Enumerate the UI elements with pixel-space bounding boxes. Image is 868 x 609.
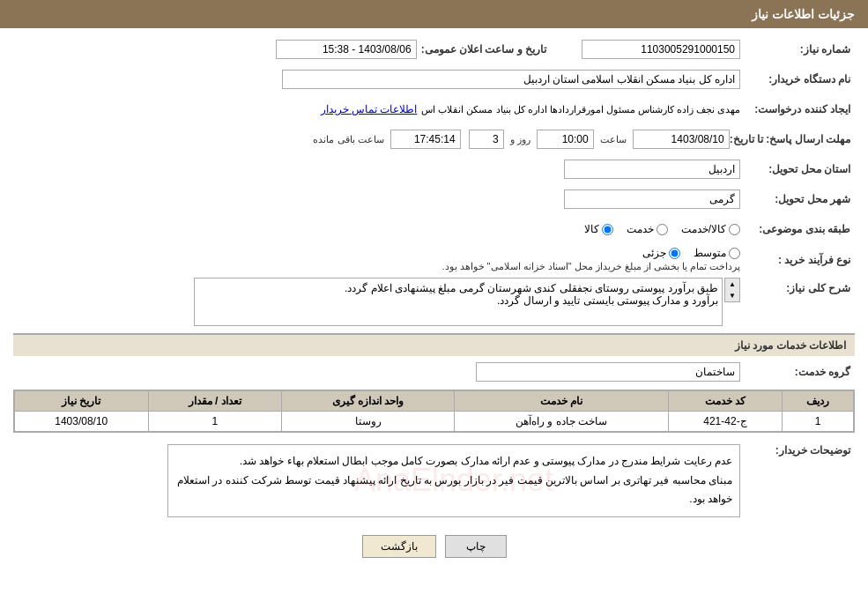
radio-khedmat-input[interactable] [657,224,668,235]
radio-khedmat-label: خدمت [627,223,654,235]
tarikh-elan-input[interactable] [276,40,417,59]
shomara-niaz-input[interactable] [582,40,740,59]
cell-nam: ساخت جاده و راه‌آهن [455,412,669,432]
tamas-kharidad-link[interactable]: اطلاعات تماس خریدار [321,103,418,115]
farayand-radios: متوسط جزئی [642,247,740,259]
ijad-konande-label: ایجاد کننده درخواست: [740,103,855,115]
print-button[interactable]: چاپ [445,535,507,558]
page-header: جزئیات اطلاعات نیاز [0,0,868,28]
saat-label: ساعت [597,134,629,145]
sharh-label: شرح کلی نیاز: [740,278,855,294]
radio-jozvi-label: جزئی [642,247,666,259]
tabaqe-label: طبقه بندی موضوعی: [740,223,855,235]
table-row: 1 ج-42-421 ساخت جاده و راه‌آهن روستا 1 1… [15,412,854,432]
col-nam: نام خدمت [455,391,669,412]
scroll-up-btn[interactable]: ▲ [725,279,739,290]
shomara-niaz-label: شماره نیاز: [740,43,855,56]
nam-dastgah-value [13,70,740,89]
toshihat-row: توضیحات خریدار: عدم رعایت شرایط مندرج در… [13,440,855,522]
ostan-value [13,160,740,179]
radio-kala-khedmat[interactable]: کالا/خدمت [681,223,740,235]
ijad-konande-text: مهدی نجف زاده کارشناس مسئول امورقرارداده… [421,104,740,115]
services-table: ردیف کد خدمت نام خدمت واحد اندازه گیری ت… [14,390,854,432]
col-kod: کد خدمت [668,391,782,412]
nam-dastgah-row: نام دستگاه خریدار: [13,67,855,92]
rooz-label: روز و [508,134,533,145]
toshihat-label: توضیحات خریدار: [740,440,855,457]
saat-input[interactable] [537,130,594,149]
tabaqe-radios: کالا/خدمت خدمت کالا [13,223,740,235]
radio-jozvi[interactable]: جزئی [642,247,680,259]
services-table-container: ردیف کد خدمت نام خدمت واحد اندازه گیری ت… [13,390,855,433]
mohlat-value: ساعت روز و ساعت باقی مانده [13,130,730,149]
radio-khedmat[interactable]: خدمت [627,223,668,235]
radio-motovaset-label: متوسط [694,247,726,259]
ostan-input[interactable] [564,160,740,179]
radio-kala-khedmat-label: کالا/خدمت [681,223,726,235]
radio-kala-label: کالا [584,223,599,235]
goroh-value [13,362,740,382]
cell-tarikh: 1403/08/10 [15,412,149,432]
scroll-down-btn[interactable]: ▼ [725,290,739,301]
goroh-input[interactable] [476,362,740,382]
nam-dastgah-input[interactable] [282,70,740,89]
tarikh-elan-label: تاریخ و ساعت اعلان عمومی: [421,43,546,56]
ijad-konande-value: مهدی نجف زاده کارشناس مسئول امورقرارداده… [13,103,740,115]
farayand-value: متوسط جزئی پرداخت تمام یا بخشی از مبلغ خ… [13,247,740,272]
baghimande-label: ساعت باقی مانده [310,134,386,145]
sharh-value: ▲ ▼ طبق برآورد پیوستی روستای نجفقلی کندی… [13,278,740,326]
farayand-label: نوع فرآیند خرید : [740,254,855,266]
goroh-row: گروه خدمت: [13,360,855,384]
radio-kala[interactable]: کالا [584,223,613,235]
button-row: چاپ بازگشت [13,535,855,558]
col-tarikh: تاریخ نیاز [15,391,149,412]
radio-motovaset-input[interactable] [729,248,740,259]
mohlat-ersal-label: مهلت ارسال پاسخ: تا تاریخ: [730,133,855,145]
sharh-textarea[interactable]: طبق برآورد پیوستی روستای نجفقلی کندی شهر… [194,278,723,326]
content-area: شماره نیاز: تاریخ و ساعت اعلان عمومی: نا… [0,28,868,580]
rooz-input[interactable] [469,130,504,149]
cell-kod: ج-42-421 [668,412,782,432]
khadamat-section-title: اطلاعات خدمات مورد نیاز [13,333,855,356]
toshihat-box: عدم رعایت شرایط مندرج در مدارک پیوستی و … [167,444,740,517]
col-radif: ردیف [783,391,854,412]
radio-jozvi-input[interactable] [669,248,680,259]
radio-kala-input[interactable] [602,224,613,235]
shahr-row: شهر محل تحویل: [13,187,855,212]
col-tedad: تعداد / مقدار [148,391,281,412]
toshihat-text: عدم رعایت شرایط مندرج در مدارک پیوستی و … [175,452,732,509]
ostan-label: استان محل تحویل: [740,163,855,175]
tabaqe-row: طبقه بندی موضوعی: کالا/خدمت خدمت کالا [13,217,855,241]
mohlat-row: مهلت ارسال پاسخ: تا تاریخ: ساعت روز و سا… [13,127,855,152]
shahr-input[interactable] [564,189,740,209]
shahr-value [13,189,740,209]
radio-motovaset[interactable]: متوسط [694,247,740,259]
goroh-label: گروه خدمت: [740,366,855,378]
baghimande-input[interactable] [390,130,461,149]
farayand-row: نوع فرآیند خرید : متوسط جزئی پرداخت تمام… [13,247,855,272]
ostan-row: استان محل تحویل: [13,157,855,182]
page-title: جزئیات اطلاعات نیاز [752,7,855,21]
cell-vahed: روستا [281,412,454,432]
toshihat-value: عدم رعایت شرایط مندرج در مدارک پیوستی و … [13,440,740,522]
sharh-row: شرح کلی نیاز: ▲ ▼ طبق برآورد پیوستی روست… [13,278,855,326]
nam-dastgah-label: نام دستگاه خریدار: [740,73,855,85]
date-input[interactable] [633,130,730,149]
page-container: جزئیات اطلاعات نیاز شماره نیاز: تاریخ و … [0,0,868,609]
shahr-label: شهر محل تحویل: [740,193,855,205]
cell-radif: 1 [783,412,854,432]
cell-tedad: 1 [148,412,281,432]
shomara-niaz-value: تاریخ و ساعت اعلان عمومی: [13,40,740,59]
farayand-description: پرداخت تمام یا بخشی از مبلغ خریداز محل "… [441,261,740,272]
col-vahed: واحد اندازه گیری [281,391,454,412]
radio-kala-khedmat-input[interactable] [729,224,740,235]
back-button[interactable]: بازگشت [362,535,436,558]
ijad-konande-row: ایجاد کننده درخواست: مهدی نجف زاده کارشن… [13,97,855,122]
shomara-row: شماره نیاز: تاریخ و ساعت اعلان عمومی: [13,37,855,62]
